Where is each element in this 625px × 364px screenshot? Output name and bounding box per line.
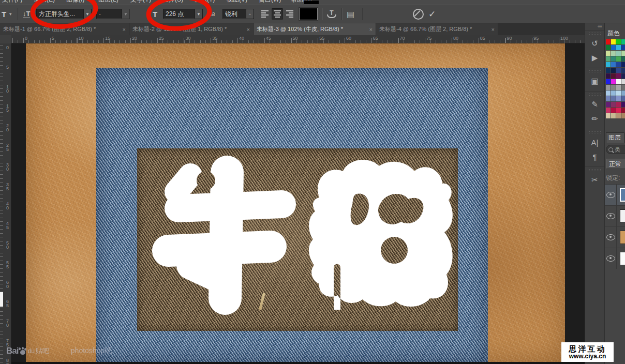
document-tab[interactable]: 未标题-4 @ 66.7% (图层 2, RGB/8) *× [376,23,498,35]
color-swatch[interactable] [621,56,625,62]
color-swatch[interactable] [611,108,616,113]
document-tab[interactable]: 未标题-2 @ 1200% (图层 1, RGB/8) *× [129,23,254,35]
actions-icon[interactable]: ▶ [588,51,602,65]
menu-item[interactable]: 视图(V) [227,0,247,4]
vertical-ruler[interactable]: 051 01 52 02 53 03 54 04 55 05 56 06 57 … [0,43,11,364]
align-center-button[interactable] [272,8,283,20]
tab-close-icon[interactable]: × [492,26,495,33]
color-swatch[interactable] [621,68,625,73]
menu-item[interactable]: 文字(Y) [130,0,151,4]
color-swatch[interactable] [616,85,621,90]
color-swatch[interactable] [621,113,625,118]
color-swatch[interactable] [621,108,625,113]
color-swatch[interactable] [611,102,616,107]
layer-thumbnail[interactable] [620,252,625,265]
color-swatch[interactable] [606,90,611,96]
drag-grip[interactable] [589,93,601,96]
color-swatch[interactable] [621,90,625,96]
text-orientation-toggle[interactable]: ↓T [23,5,30,23]
visibility-toggle[interactable] [605,227,617,248]
tab-close-icon[interactable]: × [123,26,126,33]
color-swatch[interactable] [616,96,621,101]
font-size-select[interactable]: 226 点 ▼ [163,5,203,23]
layer-row[interactable] [605,248,625,269]
color-swatch[interactable] [606,39,611,44]
chevron-down-icon[interactable]: ▼ [122,9,130,19]
color-swatch[interactable] [606,108,611,113]
drag-grip[interactable] [589,131,601,133]
color-swatch[interactable] [621,39,625,44]
color-swatch[interactable] [606,79,611,84]
layer-thumbnail[interactable] [620,188,625,202]
canvas-area[interactable] [11,43,585,364]
color-swatch[interactable] [616,113,621,118]
color-swatch[interactable] [611,90,616,96]
toggle-panels-button[interactable]: ▤ [347,5,354,23]
color-swatch[interactable] [611,56,616,62]
visibility-toggle[interactable] [605,248,617,269]
color-swatch[interactable] [616,102,621,107]
color-swatch[interactable] [621,85,625,90]
tab-close-icon[interactable]: × [247,26,250,33]
tool-presets-icon[interactable]: ✏ [588,112,602,126]
color-swatch[interactable] [616,108,621,113]
color-swatch[interactable] [616,45,621,50]
color-swatch[interactable] [606,96,611,101]
collapse-dock-button[interactable]: «« [585,23,604,30]
niu-pi-text-blobs[interactable] [137,148,458,331]
brush-presets-icon[interactable]: ✎ [588,98,602,111]
color-swatch[interactable] [611,85,616,90]
color-swatch[interactable] [606,56,611,62]
tab-layers-panel[interactable]: 图层 [606,132,624,143]
character-panel-icon[interactable]: A| [588,135,602,149]
color-swatch[interactable] [606,68,611,73]
color-swatch[interactable] [611,96,616,101]
layer-row[interactable] [605,205,625,226]
align-left-button[interactable] [260,8,271,20]
color-swatch[interactable] [621,62,625,67]
font-style-select[interactable]: - ▼ [96,5,130,23]
layer-filter-search[interactable]: 类 [606,145,625,154]
color-swatch[interactable] [611,51,616,56]
menu-item[interactable]: 图像(I) [66,0,84,4]
color-swatch[interactable] [611,73,616,79]
color-swatch[interactable] [606,45,611,50]
blend-mode-select[interactable]: 正常 [606,159,625,169]
layer-thumbnail[interactable] [620,209,625,223]
visibility-toggle[interactable] [605,206,617,226]
color-swatch[interactable] [611,113,616,118]
color-swatch[interactable] [606,73,611,79]
color-swatch[interactable] [616,90,621,96]
color-swatch[interactable] [616,62,621,67]
color-swatch[interactable] [606,102,611,107]
drag-grip[interactable] [589,169,601,171]
menu-item[interactable]: 编辑(E) [34,0,55,4]
color-swatch[interactable] [611,39,616,44]
align-right-button[interactable] [284,8,295,20]
color-swatch[interactable] [611,79,616,84]
color-swatch[interactable] [621,102,625,107]
warp-text-button[interactable]: T [327,5,336,23]
color-swatch[interactable] [606,62,611,67]
layer-thumbnail[interactable] [620,231,625,244]
clone-source-icon[interactable]: ▣ [588,74,602,88]
color-swatch[interactable] [621,51,625,56]
menu-item[interactable]: 文件(F) [2,0,22,4]
color-swatch[interactable] [621,45,625,50]
tool-preset-picker[interactable]: T ▼ [2,5,12,23]
drag-grip[interactable] [589,70,601,72]
color-swatch[interactable] [611,62,616,67]
menu-item[interactable]: 图层(L) [98,0,118,4]
color-swatch[interactable] [616,56,621,62]
color-swatch[interactable] [621,96,625,101]
color-swatch[interactable] [606,85,611,90]
cancel-edits-button[interactable] [413,5,424,23]
spinner-icon[interactable]: ÷ [246,9,254,19]
anti-alias-select[interactable]: 锐利 ÷ [222,5,254,23]
menu-item[interactable]: 滤镜(T) [195,0,215,4]
font-family-select[interactable]: 方正胖头鱼... ▼ [36,5,92,23]
color-swatch[interactable] [611,68,616,73]
tab-close-icon[interactable]: × [369,26,373,33]
tab-color-panel[interactable]: 颜色 [607,29,620,38]
horizontal-ruler[interactable]: 0510152025303540455055606570758085909510… [11,35,585,43]
